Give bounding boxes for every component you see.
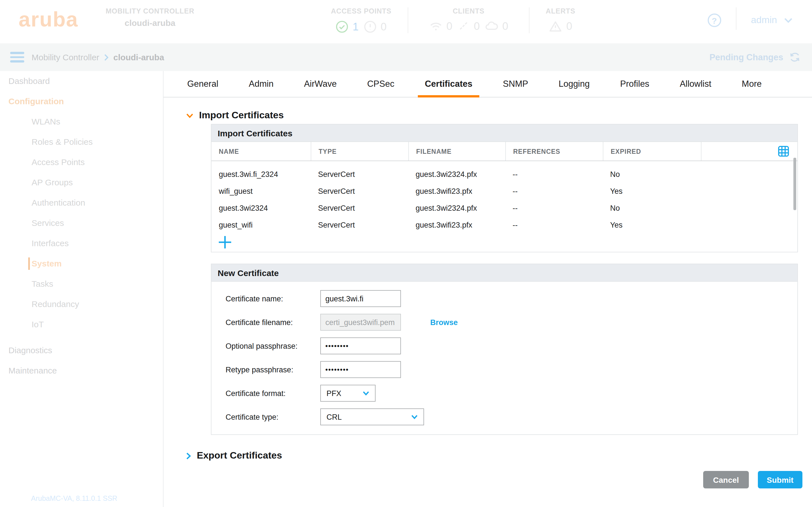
certificate-name-input[interactable]: [320, 290, 401, 307]
column-settings-grid-icon[interactable]: [777, 145, 790, 157]
tab-profiles[interactable]: Profiles: [613, 71, 656, 97]
header-divider: [735, 7, 736, 30]
tab-logging[interactable]: Logging: [552, 71, 596, 97]
table-scrollbar[interactable]: [794, 158, 796, 210]
table-row[interactable]: guest.3wi2324 ServerCert guest.3wi2324.p…: [211, 200, 797, 216]
breadcrumb-root[interactable]: Mobility Controller: [32, 52, 99, 62]
select-chevron-down-icon: [363, 391, 369, 395]
new-certificate-panel: New Certificate Certificate name: Certif…: [211, 264, 798, 435]
certificate-format-value: PFX: [326, 389, 342, 397]
certificates-table-body: guest.3wi.fi_2324 ServerCert guest.3wi23…: [211, 161, 797, 252]
collapse-chevron-right-icon[interactable]: [186, 452, 191, 459]
sidebar-item-access-points[interactable]: Access Points: [0, 152, 163, 172]
wired-clients-icon: [457, 20, 470, 33]
wired-clients-count: 0: [474, 20, 479, 33]
table-row[interactable]: guest.3wi.fi_2324 ServerCert guest.3wi23…: [211, 166, 797, 182]
import-certificates-section-title: Import Certificates: [199, 110, 284, 121]
sidebar-item-roles-policies[interactable]: Roles & Policies: [0, 132, 163, 152]
column-header-expired[interactable]: EXPIRED: [603, 142, 701, 161]
ap-down-count: 0: [380, 20, 387, 33]
import-certificates-panel: Import Certificates NAME TYPE FILENAME R…: [211, 124, 798, 252]
remote-clients-count: 0: [502, 20, 508, 33]
version-footer: ArubaMC-VA, 8.11.0.1 SSR: [31, 495, 117, 503]
import-certificates-section-toggle[interactable]: Import Certificates: [186, 107, 812, 124]
help-icon[interactable]: ?: [707, 13, 721, 27]
access-points-summary[interactable]: ACCESS POINTS 1: [315, 7, 408, 33]
certificate-format-select[interactable]: PFX: [320, 385, 375, 402]
remote-clients-icon: [485, 20, 499, 33]
main-panel: General Admin AirWave CPSec Certificates…: [163, 71, 812, 507]
table-row[interactable]: guest_wifi ServerCert guest.3wifi23.pfx …: [211, 216, 797, 233]
tab-snmp[interactable]: SNMP: [496, 71, 535, 97]
certificate-filename-input: [320, 314, 401, 331]
sidebar-item-maintenance[interactable]: Maintenance: [0, 360, 163, 381]
ap-up-check-icon: [336, 20, 349, 33]
tab-admin[interactable]: Admin: [242, 71, 280, 97]
sidebar-item-authentication[interactable]: Authentication: [0, 193, 163, 213]
sidebar-item-diagnostics[interactable]: Diagnostics: [0, 340, 163, 360]
tab-certificates[interactable]: Certificates: [418, 71, 479, 97]
sidebar-item-dashboard[interactable]: Dashboard: [0, 71, 163, 91]
tab-allowlist[interactable]: Allowlist: [673, 71, 718, 97]
breadcrumb-bar: Mobility Controller cloudi-aruba Pending…: [0, 43, 812, 71]
menu-icon[interactable]: [10, 52, 24, 62]
sidebar-item-wlans[interactable]: WLANs: [0, 112, 163, 132]
import-certificates-panel-title: Import Certificates: [211, 124, 797, 142]
alerts-warning-triangle-icon: [549, 20, 562, 33]
breadcrumb-chevron-right-icon: [104, 53, 109, 61]
sidebar-item-configuration[interactable]: Configuration: [0, 91, 163, 112]
optional-passphrase-input[interactable]: [320, 337, 401, 354]
sidebar-item-iot[interactable]: IoT: [0, 314, 163, 335]
user-chevron-down-icon[interactable]: [784, 17, 793, 23]
sidebar-item-services[interactable]: Services: [0, 213, 163, 233]
sidebar-item-redundancy[interactable]: Redundancy: [0, 294, 163, 314]
export-certificates-section-toggle[interactable]: Export Certificates: [186, 447, 812, 464]
certificate-type-value: CRL: [326, 413, 342, 421]
collapse-chevron-down-icon[interactable]: [186, 113, 193, 118]
certificate-filename-label: Certificate filename:: [225, 318, 320, 327]
column-header-name[interactable]: NAME: [211, 142, 311, 161]
tab-airwave[interactable]: AirWave: [297, 71, 343, 97]
alerts-summary[interactable]: ALERTS 0: [529, 7, 592, 33]
certificate-type-select[interactable]: CRL: [320, 408, 424, 425]
sidebar-item-tasks[interactable]: Tasks: [0, 274, 163, 294]
column-header-references[interactable]: REFERENCES: [505, 142, 603, 161]
export-certificates-section-title: Export Certificates: [197, 450, 282, 461]
breadcrumb-current: cloudi-aruba: [113, 52, 164, 62]
user-menu[interactable]: admin: [751, 15, 777, 26]
pending-changes-button[interactable]: Pending Changes: [709, 52, 783, 62]
controller-name: cloudi-aruba: [103, 18, 197, 27]
ap-down-alert-icon: [364, 20, 377, 33]
settings-tab-bar: General Admin AirWave CPSec Certificates…: [163, 71, 812, 98]
column-header-filename[interactable]: FILENAME: [408, 142, 505, 161]
column-header-actions: [701, 142, 797, 161]
tab-general[interactable]: General: [181, 71, 225, 97]
submit-button[interactable]: Submit: [758, 471, 802, 489]
sidebar-nav: Dashboard Configuration WLANs Roles & Po…: [0, 71, 163, 507]
controller-type-label: MOBILITY CONTROLLER: [103, 7, 197, 15]
user-area: ? admin: [707, 11, 793, 30]
table-row[interactable]: wifi_guest ServerCert guest.3wifi23.pfx …: [211, 182, 797, 200]
pending-changes-refresh-icon[interactable]: [789, 51, 801, 63]
sidebar-item-ap-groups[interactable]: AP Groups: [0, 172, 163, 193]
cancel-button[interactable]: Cancel: [703, 471, 749, 489]
optional-passphrase-label: Optional passphrase:: [225, 342, 320, 350]
column-header-type[interactable]: TYPE: [311, 142, 408, 161]
tab-more[interactable]: More: [735, 71, 769, 97]
ap-up-count: 1: [353, 20, 359, 33]
sidebar-item-system[interactable]: System: [0, 253, 163, 274]
certificate-format-label: Certificate format:: [225, 389, 320, 397]
tab-cpsec[interactable]: CPSec: [360, 71, 401, 97]
wireless-clients-wifi-icon: [429, 20, 442, 33]
retype-passphrase-input[interactable]: [320, 361, 401, 378]
clients-label: CLIENTS: [412, 7, 525, 15]
retype-passphrase-label: Retype passphrase:: [225, 365, 320, 374]
certificate-type-label: Certificate type:: [225, 413, 320, 421]
controller-identity: MOBILITY CONTROLLER cloudi-aruba: [103, 7, 197, 27]
clients-summary[interactable]: CLIENTS 0: [408, 7, 529, 33]
browse-link[interactable]: Browse: [430, 318, 458, 327]
sidebar-item-interfaces[interactable]: Interfaces: [0, 233, 163, 253]
wireless-clients-count: 0: [446, 20, 452, 33]
form-actions: Cancel Submit: [186, 471, 802, 489]
add-certificate-plus-icon[interactable]: [218, 235, 797, 249]
